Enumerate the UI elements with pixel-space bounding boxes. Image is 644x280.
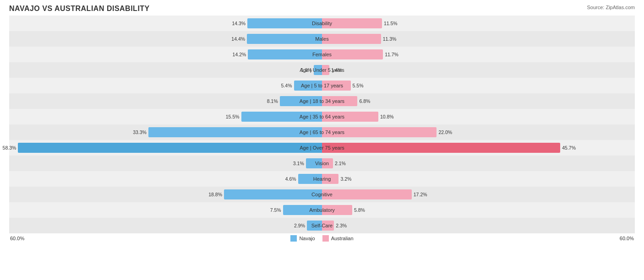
legend-australian-box [322,235,329,242]
navajo-bar [247,18,322,28]
bar-row: Age | Under 5 years1.6%1.4% [9,62,635,78]
navajo-value: 14.2% [233,52,248,57]
bar-label: Age | Under 5 years [300,67,344,73]
navajo-value: 18.8% [208,192,224,197]
bar-row: Vision3.1%2.1% [9,156,635,171]
australian-value: 6.8% [357,98,370,104]
australian-value: 5.8% [352,207,365,213]
bar-label: Age | 5 to 17 years [301,83,343,88]
navajo-value: 14.4% [231,36,247,42]
navajo-value: 8.1% [267,98,280,104]
navajo-value: 58.3% [3,145,18,151]
navajo-value: 2.9% [294,223,307,228]
australian-value: 17.2% [412,192,427,197]
bar-label: Cognitive [311,192,333,197]
bar-row: Disability14.3%11.5% [9,16,635,31]
navajo-bar [148,127,322,137]
navajo-value: 5.4% [281,83,294,88]
bar-label: Disability [312,21,332,26]
chart-footer: 60.0% Navajo Australian 60.0% [9,235,635,242]
australian-value: 10.8% [378,114,394,119]
chart-container: NAVAJO VS AUSTRALIAN DISABILITY Source: … [0,0,644,280]
navajo-value: 3.1% [293,161,306,166]
legend-australian-label: Australian [331,236,354,241]
legend: Navajo Australian [290,235,353,242]
australian-value: 11.7% [383,52,398,57]
legend-australian: Australian [322,235,354,242]
bar-row: Age | 65 to 74 years33.3%22.0% [9,124,635,140]
chart-area: Disability14.3%11.5%Males14.4%11.3%Femal… [9,16,635,233]
navajo-bar [18,143,322,153]
bar-label: Self-Care [311,223,333,228]
bar-row: Ambulatory7.5%5.8% [9,202,635,218]
australian-value: 22.0% [437,129,452,135]
australian-value: 2.1% [333,161,346,166]
navajo-value: 4.6% [285,176,298,182]
navajo-value: 33.3% [133,129,148,135]
australian-value: 2.3% [334,223,347,228]
navajo-value: 7.5% [270,207,283,213]
navajo-bar [248,49,322,59]
bar-label: Age | 65 to 74 years [300,129,344,135]
australian-value: 11.3% [381,36,397,42]
bar-row: Cognitive18.8%17.2% [9,187,635,202]
bar-label: Ambulatory [309,207,335,213]
legend-navajo-label: Navajo [299,236,315,241]
australian-bar [322,34,381,44]
bar-row: Males14.4%11.3% [9,31,635,47]
bar-row: Self-Care2.9%2.3% [9,218,635,233]
navajo-bar [224,189,322,199]
bar-label: Age | 35 to 64 years [300,114,344,119]
footer-scale-left: 60.0% [10,236,24,241]
bar-row: Age | 5 to 17 years5.4%5.5% [9,78,635,93]
navajo-value: 15.5% [226,114,241,119]
bar-label: Males [315,36,328,42]
chart-title: NAVAJO VS AUSTRALIAN DISABILITY [9,5,635,13]
legend-navajo: Navajo [290,235,315,242]
australian-value: 3.2% [338,176,351,182]
navajo-value: 14.3% [232,21,247,26]
footer-scale-right: 60.0% [620,236,634,241]
bar-label: Age | Over 75 years [300,145,344,151]
bar-label: Age | 18 to 34 years [300,98,344,104]
australian-bar [322,189,412,199]
bar-row: Females14.2%11.7% [9,47,635,62]
australian-value: 45.7% [560,145,576,151]
legend-navajo-box [290,235,297,242]
bar-row: Age | 35 to 64 years15.5%10.8% [9,109,635,124]
australian-value: 11.5% [382,21,398,26]
australian-value: 5.5% [351,83,364,88]
bar-label: Females [312,52,332,57]
bar-row: Age | Over 75 years58.3%45.7% [9,140,635,156]
navajo-bar [247,34,322,44]
source-label: Source: ZipAtlas.com [587,5,635,10]
australian-bar [322,143,560,153]
bar-row: Age | 18 to 34 years8.1%6.8% [9,93,635,109]
bar-row: Hearing4.6%3.2% [9,171,635,187]
bar-label: Vision [315,161,329,166]
bar-label: Hearing [313,176,331,182]
